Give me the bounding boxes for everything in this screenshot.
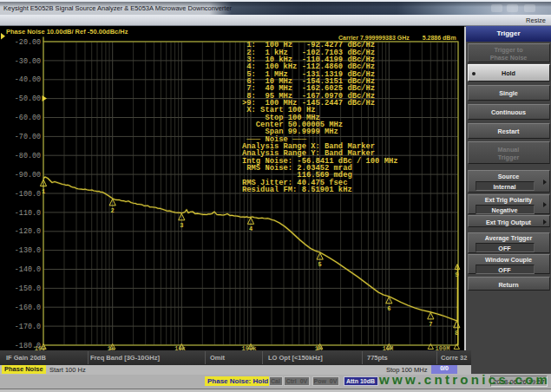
svg-text:-170.0: -170.0 bbox=[15, 323, 41, 331]
svg-text:-80.00: -80.00 bbox=[15, 152, 41, 160]
svg-text:-30.00: -30.00 bbox=[15, 57, 41, 66]
svg-text:-90.00: -90.00 bbox=[15, 171, 41, 180]
svg-text:5: 5 bbox=[318, 261, 322, 268]
svg-text:3: 3 bbox=[180, 222, 183, 229]
svg-text:-20.00: -20.00 bbox=[15, 38, 41, 47]
svg-text:-60.00: -60.00 bbox=[15, 114, 41, 122]
svg-text:1: 1 bbox=[42, 188, 45, 195]
svg-text:-50.00: -50.00 bbox=[15, 95, 41, 103]
svg-text:-110.0: -110.0 bbox=[15, 209, 41, 218]
svg-text:-120.0: -120.0 bbox=[15, 227, 41, 236]
svg-text:-130.0: -130.0 bbox=[15, 246, 41, 255]
svg-text:-140.0: -140.0 bbox=[15, 265, 41, 274]
svg-text:8: 8 bbox=[455, 330, 458, 336]
svg-text:9: 9 bbox=[455, 271, 458, 278]
svg-text:7: 7 bbox=[429, 321, 432, 328]
svg-text:-70.00: -70.00 bbox=[15, 133, 41, 141]
svg-text:-40.00: -40.00 bbox=[15, 75, 41, 84]
svg-text:4: 4 bbox=[249, 225, 253, 232]
svg-text:-160.0: -160.0 bbox=[15, 304, 41, 312]
svg-text:-180.0: -180.0 bbox=[15, 342, 41, 350]
svg-text:6: 6 bbox=[387, 305, 390, 312]
svg-text:2: 2 bbox=[111, 207, 115, 214]
svg-text:-100.0: -100.0 bbox=[15, 190, 41, 199]
svg-text:-150.0: -150.0 bbox=[15, 284, 41, 293]
